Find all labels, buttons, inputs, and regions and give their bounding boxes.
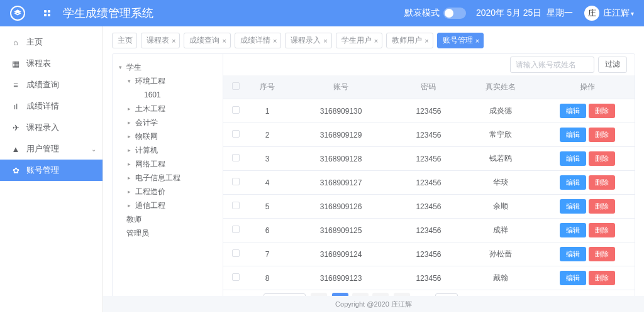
close-icon[interactable]: ×: [222, 37, 226, 45]
filter-bar: 过滤: [223, 54, 635, 75]
close-icon[interactable]: ×: [172, 37, 175, 45]
sidebar-icon: ≡: [11, 80, 20, 90]
filter-button[interactable]: 过滤: [598, 57, 627, 73]
cell-account: 3168909123: [286, 266, 396, 290]
delete-button[interactable]: 删除: [589, 151, 615, 166]
cell-no: 2: [248, 123, 286, 147]
tree-node-学生[interactable]: ▾学生: [118, 60, 218, 74]
username-label[interactable]: 庄江辉: [603, 8, 630, 19]
tab-成绩详情[interactable]: 成绩详情×: [235, 33, 281, 48]
tree-arrow-icon: ▾: [128, 78, 134, 84]
tree-arrow-icon: ▸: [128, 106, 134, 112]
cell-password: 123456: [396, 171, 462, 195]
tab-账号管理[interactable]: 账号管理×: [437, 33, 484, 48]
tab-主页[interactable]: 主页: [112, 33, 137, 48]
row-checkbox[interactable]: [232, 249, 240, 257]
tab-成绩查询[interactable]: 成绩查询×: [184, 33, 230, 48]
sidebar-label: 主页: [26, 36, 43, 48]
tree-node-网络工程[interactable]: ▸网络工程: [118, 157, 218, 171]
delete-button[interactable]: 删除: [589, 199, 615, 214]
tree-node-教师[interactable]: 教师: [118, 212, 218, 226]
row-checkbox[interactable]: [232, 130, 240, 138]
edit-button[interactable]: 编辑: [560, 199, 586, 214]
col-name: 真实姓名: [462, 75, 540, 99]
sidebar-label: 账号管理: [26, 165, 59, 176]
cell-name: 华琰: [462, 171, 540, 195]
tree-label: 教师: [126, 214, 142, 225]
sidebar-item-成绩详情[interactable]: ıl成绩详情: [0, 95, 103, 117]
delete-button[interactable]: 删除: [589, 223, 615, 237]
sidebar-item-账号管理[interactable]: ✿账号管理: [0, 160, 103, 181]
row-checkbox[interactable]: [232, 273, 240, 281]
cell-account: 3168909128: [286, 147, 396, 171]
tree-panel: ▾学生▾环境工程1601▸土木工程▸会计学▸物联网▸计算机▸网络工程▸电子信息工…: [113, 54, 223, 312]
tree-arrow-icon: ▸: [128, 175, 134, 181]
edit-button[interactable]: 编辑: [560, 271, 586, 285]
tab-教师用户[interactable]: 教师用户×: [386, 33, 433, 48]
tab-课程录入[interactable]: 课程录入×: [285, 33, 331, 48]
edit-button[interactable]: 编辑: [560, 104, 586, 118]
row-checkbox[interactable]: [232, 202, 240, 209]
table-row: 73168909124123456孙松蔷编辑删除: [223, 242, 635, 266]
menu-grid-icon[interactable]: [44, 10, 50, 16]
cell-name: 成祥: [462, 219, 540, 242]
edit-button[interactable]: 编辑: [560, 128, 586, 142]
tree-node-物联网[interactable]: ▸物联网: [118, 129, 218, 143]
filter-input[interactable]: [510, 57, 594, 73]
close-icon[interactable]: ×: [425, 37, 428, 45]
select-all-checkbox[interactable]: [232, 82, 240, 90]
tree-node-通信工程[interactable]: ▸通信工程: [118, 199, 218, 212]
tree-node-会计学[interactable]: ▸会计学: [118, 116, 218, 129]
close-icon[interactable]: ×: [273, 37, 277, 45]
cell-no: 6: [248, 219, 286, 242]
cell-name: 余顺: [462, 195, 540, 219]
row-checkbox[interactable]: [232, 106, 240, 114]
tree-node-环境工程[interactable]: ▾环境工程: [118, 74, 218, 88]
cell-account: 3168909130: [286, 99, 396, 123]
sidebar-item-成绩查询[interactable]: ≡成绩查询: [0, 74, 103, 95]
sidebar-item-用户管理[interactable]: ▲用户管理⌄: [0, 138, 103, 160]
table-row: 23168909129123456常宁欣编辑删除: [223, 123, 635, 147]
close-icon[interactable]: ×: [475, 37, 479, 45]
tree-label: 通信工程: [135, 200, 165, 211]
delete-button[interactable]: 删除: [589, 247, 615, 261]
mute-label: 默哀模式: [404, 8, 440, 19]
tree-node-工程造价[interactable]: ▸工程造价: [118, 185, 218, 199]
edit-button[interactable]: 编辑: [560, 175, 586, 190]
sidebar-item-课程录入[interactable]: ✈课程录入: [0, 117, 103, 138]
delete-button[interactable]: 删除: [589, 128, 615, 142]
chevron-down-icon[interactable]: ▾: [631, 10, 634, 17]
edit-button[interactable]: 编辑: [560, 247, 586, 261]
col-account: 账号: [286, 75, 396, 99]
delete-button[interactable]: 删除: [589, 175, 615, 190]
tab-学生用户[interactable]: 学生用户×: [336, 33, 382, 48]
app-logo: [10, 6, 25, 21]
avatar[interactable]: 庄: [584, 6, 599, 21]
sidebar-label: 课程录入: [26, 122, 59, 133]
cell-no: 5: [248, 195, 286, 219]
row-checkbox[interactable]: [232, 154, 240, 161]
sidebar-item-主页[interactable]: ⌂主页: [0, 31, 103, 53]
tree-node-电子信息工程[interactable]: ▸电子信息工程: [118, 171, 218, 185]
table-row: 33168909128123456钱若鸥编辑删除: [223, 147, 635, 171]
tree-arrow-icon: ▸: [128, 147, 134, 153]
app-header: 学生成绩管理系统 默哀模式 2020年 5月 25日 星期一 庄 庄江辉 ▾: [0, 0, 644, 26]
tree-node-土木工程[interactable]: ▸土木工程: [118, 102, 218, 116]
tree-node-管理员[interactable]: 管理员: [118, 226, 218, 240]
row-checkbox[interactable]: [232, 178, 240, 185]
mute-toggle[interactable]: [443, 8, 466, 19]
edit-button[interactable]: 编辑: [560, 151, 586, 166]
close-icon[interactable]: ×: [374, 37, 378, 45]
sidebar-item-课程表[interactable]: ▦课程表: [0, 53, 103, 74]
row-checkbox[interactable]: [232, 226, 240, 233]
cell-password: 123456: [396, 123, 462, 147]
delete-button[interactable]: 删除: [589, 104, 615, 118]
app-title: 学生成绩管理系统: [63, 6, 153, 21]
chevron-down-icon: ⌄: [91, 146, 96, 153]
edit-button[interactable]: 编辑: [560, 223, 586, 237]
delete-button[interactable]: 删除: [589, 271, 615, 285]
tree-node-计算机[interactable]: ▸计算机: [118, 143, 218, 157]
tab-课程表[interactable]: 课程表×: [141, 33, 180, 48]
close-icon[interactable]: ×: [323, 37, 327, 45]
tree-node-1601[interactable]: 1601: [118, 88, 218, 102]
